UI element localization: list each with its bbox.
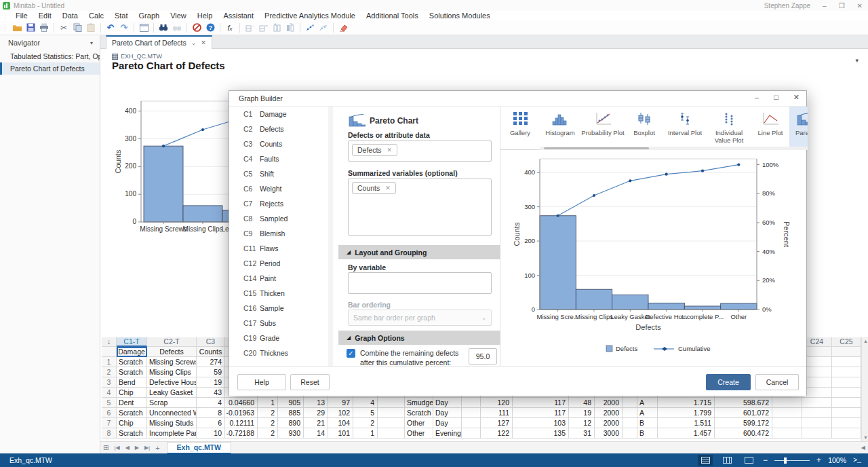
grid-view-icon[interactable] <box>719 455 734 466</box>
cancel-button[interactable]: Cancel <box>755 374 799 390</box>
cell[interactable]: 2 <box>258 408 278 418</box>
cell[interactable]: 0.04660 <box>225 398 258 408</box>
cell[interactable]: 103 <box>513 418 569 428</box>
gallery-item-probability-plot[interactable]: Probability Plot <box>580 107 625 149</box>
cell[interactable] <box>623 428 637 438</box>
cell[interactable]: A <box>637 408 658 418</box>
print-icon[interactable] <box>38 22 50 34</box>
dialog-close-icon[interactable]: ✕ <box>793 93 800 102</box>
cell[interactable]: Day <box>433 408 462 418</box>
zoom-out-icon[interactable]: − <box>763 455 768 465</box>
column-item-c5[interactable]: C5Shift <box>229 166 332 181</box>
col-header-C3[interactable]: C3 <box>197 337 225 347</box>
counts-chip[interactable]: Counts✕ <box>352 182 396 194</box>
menu-help[interactable]: Help <box>192 12 218 20</box>
find-next-icon[interactable] <box>171 22 183 34</box>
cell[interactable] <box>802 398 832 408</box>
cell[interactable]: 104 <box>328 418 353 428</box>
worksheet-list-icon[interactable]: ⊞ <box>103 444 108 451</box>
close-icon[interactable]: ✕ <box>857 2 863 10</box>
tab-scroll-left-icon[interactable]: ◀ <box>861 445 865 451</box>
cell[interactable]: 117 <box>513 408 569 418</box>
cell[interactable]: 2000 <box>595 398 623 408</box>
row-number[interactable]: 5 <box>102 398 117 408</box>
cell[interactable]: 1.457 <box>658 428 715 438</box>
cell[interactable] <box>802 408 832 418</box>
cell[interactable]: 101 <box>328 428 353 438</box>
table-corner-arrow-icon[interactable]: ↓ <box>102 337 117 347</box>
cell[interactable]: Scratch <box>117 408 147 418</box>
cell[interactable]: 1.715 <box>658 398 715 408</box>
create-button[interactable]: Create <box>706 374 751 390</box>
insert-cells-icon[interactable]: - <box>243 22 256 34</box>
row-number[interactable]: 6 <box>102 408 117 418</box>
dialog-minimize-icon[interactable]: – <box>755 93 759 102</box>
cell[interactable]: 599.172 <box>715 418 772 428</box>
cell[interactable]: B <box>637 428 658 438</box>
cell[interactable] <box>832 398 861 408</box>
column-item-c12[interactable]: C12Period <box>229 256 332 271</box>
cell[interactable]: 6 <box>197 418 225 428</box>
cell[interactable]: 1.511 <box>658 418 715 428</box>
cell[interactable]: 12 <box>569 418 595 428</box>
cell[interactable]: Scrap <box>147 398 197 408</box>
cell[interactable]: Day <box>433 418 462 428</box>
insert-rows-icon[interactable]: = <box>257 22 269 34</box>
cell[interactable]: 2 <box>258 428 278 438</box>
open-icon[interactable] <box>11 22 23 34</box>
gallery-item-individual-value-plot[interactable]: Individual Value Plot <box>707 107 751 149</box>
zoom-in-icon[interactable]: + <box>816 455 821 465</box>
gallery-item-boxplot[interactable]: Boxplot <box>625 107 663 149</box>
cell[interactable]: Unconnected Wir <box>147 408 197 418</box>
gallery-item-gallery[interactable]: Gallery <box>500 107 540 149</box>
cell[interactable] <box>378 418 405 428</box>
column-item-c2[interactable]: C2Defects <box>229 122 332 136</box>
cell[interactable]: 59 <box>197 367 225 377</box>
cell[interactable]: 127 <box>481 418 513 428</box>
remove-counts-chip-icon[interactable]: ✕ <box>385 185 391 191</box>
col-header-C2-T[interactable]: C2-T <box>147 337 197 347</box>
column-item-c15[interactable]: C15Thicken <box>229 286 332 301</box>
column-item-c1[interactable]: C1Damage <box>229 107 332 122</box>
cell[interactable]: Bend <box>117 377 147 388</box>
cell[interactable] <box>772 408 802 418</box>
cell[interactable] <box>462 398 481 408</box>
col-name-Damage[interactable]: Damage <box>117 347 147 357</box>
next-sheet-icon[interactable]: ▶ <box>135 445 139 451</box>
zoom-slider[interactable] <box>774 460 810 461</box>
cell[interactable]: 0.12111 <box>225 418 258 428</box>
scroll-up-icon[interactable]: ▲ <box>863 339 868 343</box>
cell[interactable]: 13 <box>304 398 328 408</box>
row-number[interactable]: 4 <box>102 388 117 398</box>
cell[interactable]: 905 <box>278 398 304 408</box>
erase-icon[interactable] <box>337 22 349 34</box>
help-icon[interactable]: ? <box>204 22 216 34</box>
cell[interactable]: Dent <box>117 398 147 408</box>
cell[interactable] <box>378 408 405 418</box>
sheet-tab-exh-qc[interactable]: Exh_qc.MTW <box>167 442 231 454</box>
paste-icon[interactable] <box>85 22 97 34</box>
menu-predictive-analytics-module[interactable]: Predictive Analytics Module <box>259 12 361 20</box>
column-item-c7[interactable]: C7Rejects <box>229 196 332 211</box>
cell[interactable] <box>832 388 861 398</box>
column-item-c3[interactable]: C3Counts <box>229 136 332 151</box>
cell[interactable]: Missing Studs <box>147 418 197 428</box>
cell[interactable]: Scratch <box>117 367 147 377</box>
cell[interactable] <box>623 418 637 428</box>
cell[interactable]: 598.672 <box>715 398 772 408</box>
row-number[interactable]: 3 <box>102 377 117 388</box>
cell[interactable]: Missing Clips <box>147 367 197 377</box>
cell[interactable]: 122 <box>481 428 513 438</box>
undo-icon[interactable]: ↶ <box>104 22 117 34</box>
col-name-Counts[interactable]: Counts <box>197 347 225 357</box>
cell[interactable]: Scratch <box>405 408 433 418</box>
restore-icon[interactable]: ❐ <box>839 2 845 10</box>
cell[interactable]: 29 <box>304 408 328 418</box>
first-sheet-icon[interactable]: |◀ <box>114 445 119 451</box>
cell[interactable]: 274 <box>197 357 225 367</box>
table-vertical-scrollbar[interactable]: ▲ ▼ <box>861 337 868 441</box>
reset-button[interactable]: Reset <box>290 374 330 390</box>
summarized-field[interactable]: Counts✕ <box>348 179 492 236</box>
column-item-c9[interactable]: C9Blemish <box>229 226 332 241</box>
cell[interactable]: 135 <box>513 428 569 438</box>
